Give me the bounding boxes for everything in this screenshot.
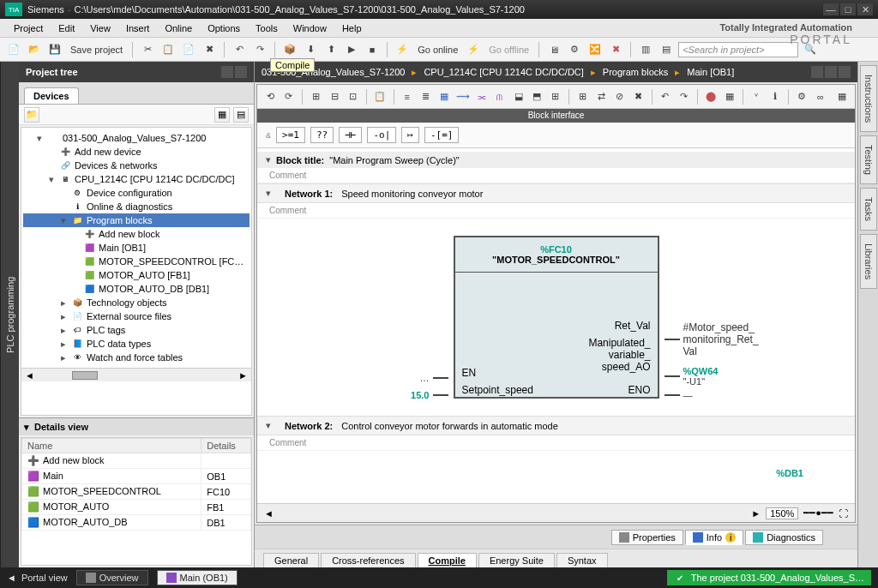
properties-tab[interactable]: Properties (611, 530, 683, 545)
compile-icon[interactable]: 📦 (281, 41, 298, 58)
close-button[interactable]: ✕ (857, 3, 873, 15)
right-tab-instructions[interactable]: Instructions (860, 65, 877, 132)
min-icon[interactable] (811, 66, 823, 78)
zoom-slider[interactable]: ━━●━━ (803, 507, 833, 519)
et-icon[interactable]: ⬒ (529, 88, 545, 105)
menu-help[interactable]: Help (335, 21, 369, 36)
zoom-value[interactable]: 150% (766, 507, 798, 519)
lad-element[interactable]: -o| (367, 127, 396, 143)
download-icon[interactable]: ⬇ (302, 41, 319, 58)
tree-item[interactable]: ▸👁Watch and force tables (23, 351, 250, 364)
undo-icon[interactable]: ↶ (231, 41, 248, 58)
network-2-header[interactable]: ▾ Network 2: Control conveyor motor forw… (257, 416, 855, 435)
et-icon[interactable]: ▦ (721, 88, 737, 105)
plc-programming-sidetab[interactable]: PLC programming (0, 62, 19, 567)
lad-element[interactable]: ⊣⊢ (339, 127, 362, 143)
expand-icon[interactable]: ⛶ (839, 508, 848, 519)
et-icon[interactable]: ⊞ (548, 88, 564, 105)
tree-item[interactable]: 🟦MOTOR_AUTO_DB [DB1] (23, 282, 250, 296)
lad-element[interactable]: >=1 (276, 127, 305, 143)
fbd-block-motor-speedcontrol[interactable]: %FC10 "MOTOR_SPEEDCONTROL" EN Setpoint_s… (454, 236, 659, 399)
et-icon[interactable]: ↷ (676, 88, 692, 105)
lad-element[interactable]: ↦ (401, 127, 419, 143)
devices-tab[interactable]: Devices (24, 87, 79, 104)
crumb[interactable]: Main [OB1] (687, 67, 734, 77)
lad-element[interactable]: ?? (310, 127, 334, 143)
tree-item[interactable]: ℹOnline & diagnostics (23, 200, 250, 213)
tree-item[interactable]: ▾🖥CPU_1214C [CPU 1214C DC/DC/DC] (23, 172, 250, 186)
et-icon[interactable]: ≣ (418, 88, 434, 105)
et-icon[interactable]: ✖ (630, 88, 646, 105)
et-icon[interactable]: ⟳ (281, 88, 298, 105)
portal-view-button[interactable]: ◄Portal view (7, 573, 68, 583)
et-icon[interactable]: 📋 (372, 88, 388, 105)
network-1-body[interactable]: %FC10 "MOTOR_SPEEDCONTROL" EN Setpoint_s… (257, 219, 855, 416)
et-icon[interactable]: ⊟ (327, 88, 343, 105)
en-input[interactable]: … (420, 373, 454, 383)
split2-icon[interactable]: ▤ (658, 41, 675, 58)
block-interface-bar[interactable]: Block interface (257, 109, 855, 123)
ao-output[interactable]: %QW64"-U1" (659, 366, 719, 387)
open-project-icon[interactable]: 📂 (26, 41, 43, 58)
tree-btn2-icon[interactable]: ▤ (233, 107, 249, 123)
et-icon[interactable]: ⊡ (345, 88, 361, 105)
et-icon[interactable]: ∞ (813, 88, 829, 105)
networks-area[interactable]: ▾ Block title: "Main Program Sweep (Cycl… (257, 148, 855, 503)
et-icon[interactable]: ⊘ (611, 88, 628, 105)
lad-element[interactable]: -[=] (424, 127, 460, 143)
tree-item[interactable]: 🟩MOTOR_SPEEDCONTROL [FC… (23, 255, 250, 268)
save-project-label[interactable]: Save project (67, 45, 126, 55)
details-row[interactable]: 🟦MOTOR_AUTO_DBDB1 (22, 515, 251, 531)
menu-view[interactable]: View (83, 21, 117, 36)
et-icon[interactable]: ⇄ (593, 88, 610, 105)
max-icon[interactable] (825, 66, 837, 78)
retval-output[interactable]: #Motor_speed_monitoring_Ret_Val (659, 321, 759, 357)
network-2-comment[interactable]: Comment (257, 435, 855, 451)
new-project-icon[interactable]: 📄 (5, 41, 22, 58)
et-icon[interactable]: ⫘ (473, 88, 490, 105)
et-icon[interactable]: ▦ (833, 88, 850, 105)
monitor-icon[interactable]: ✖ (607, 41, 624, 58)
delete-icon[interactable]: ✖ (201, 41, 218, 58)
pin-icon[interactable] (235, 66, 247, 78)
maximize-button[interactable]: □ (840, 3, 856, 15)
tree-item[interactable]: 🔗Devices & networks (23, 159, 250, 172)
details-row[interactable]: 🟩MOTOR_SPEEDCONTROLFC10 (22, 484, 251, 500)
tree-item[interactable]: ▾📁Program blocks (23, 213, 250, 227)
et-icon[interactable]: ≡ (400, 88, 416, 105)
bottom-tab-compile[interactable]: Compile (418, 553, 477, 567)
save-icon[interactable]: 💾 (46, 41, 63, 58)
details-row[interactable]: 🟩MOTOR_AUTOFB1 (22, 500, 251, 515)
tree-item[interactable]: 🟪Main [OB1] (23, 241, 250, 255)
crumb[interactable]: Program blocks (603, 67, 668, 77)
crumb[interactable]: CPU_1214C [CPU 1214C DC/DC/DC] (424, 67, 583, 77)
tree-item[interactable]: ▾031-500_Analog_Values_S7-1200 (23, 131, 250, 145)
et-icon[interactable]: ⬓ (510, 88, 526, 105)
right-tab-libraries[interactable]: Libraries (860, 234, 877, 289)
go-online-label[interactable]: Go online (414, 45, 461, 55)
right-tab-testing[interactable]: Testing (860, 135, 877, 184)
eno-output[interactable]: — (659, 390, 693, 400)
bottom-tab-energy-suite[interactable]: Energy Suite (478, 553, 555, 567)
et-icon[interactable]: ⟲ (262, 88, 279, 105)
et-icon[interactable]: ⊞ (574, 88, 591, 105)
bottom-tab-general[interactable]: General (263, 553, 319, 567)
stop-icon[interactable]: ■ (364, 41, 381, 58)
details-row[interactable]: 🟪MainOB1 (22, 469, 251, 484)
network-1-header[interactable]: ▾ Network 1: Speed monitoring conveyor m… (257, 183, 855, 203)
details-view-header[interactable]: ▾ Details view (19, 418, 254, 435)
minimize-button[interactable]: — (823, 3, 839, 15)
redo-icon[interactable]: ↷ (251, 41, 268, 58)
block-comment[interactable]: Comment (257, 168, 855, 183)
et-icon[interactable]: ℹ (767, 88, 783, 105)
et-icon[interactable]: ⬤ (703, 88, 719, 105)
split-icon[interactable]: ▥ (637, 41, 654, 58)
et-icon[interactable]: ⚙ (794, 88, 810, 105)
details-row[interactable]: ➕Add new block (22, 453, 251, 469)
et-icon[interactable]: ⊞ (308, 88, 324, 105)
tree-item[interactable]: 🟩MOTOR_AUTO [FB1] (23, 268, 250, 282)
tree-btn1-icon[interactable]: ▦ (214, 107, 230, 123)
info-tab[interactable]: Infoi (685, 530, 743, 545)
menu-project[interactable]: Project (7, 21, 50, 36)
copy-icon[interactable]: 📋 (159, 41, 177, 58)
